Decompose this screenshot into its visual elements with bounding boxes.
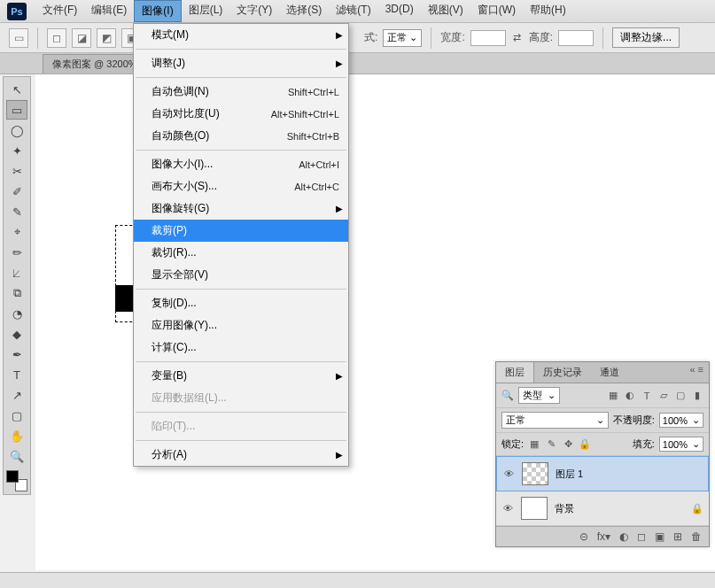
divider [431, 27, 431, 49]
tool-13[interactable]: ✒ [6, 344, 27, 364]
panel-footer-icon[interactable]: ◻ [637, 530, 646, 543]
lock-all-icon[interactable]: 🔒 [579, 438, 591, 451]
menu-帮助[interactable]: 帮助(H) [523, 0, 573, 22]
visibility-icon[interactable]: 👁 [501, 503, 514, 514]
app-logo: Ps [7, 3, 27, 20]
filter-type-select[interactable]: 类型 ⌄ [518, 387, 560, 404]
tool-11[interactable]: ◔ [6, 304, 27, 323]
tool-9[interactable]: ⟀ [6, 263, 27, 282]
refine-edge-button[interactable]: 调整边缘... [612, 27, 680, 48]
layer-row[interactable]: 👁背景🔒 [496, 491, 709, 526]
divider [37, 27, 38, 49]
menu-item-显示全部[interactable]: 显示全部(V) [134, 264, 348, 286]
menu-图像[interactable]: 图像(I) [134, 0, 181, 22]
submenu-arrow-icon: ▶ [336, 450, 343, 460]
tool-6[interactable]: ✎ [6, 202, 27, 221]
visibility-icon[interactable]: 👁 [502, 468, 515, 479]
tool-10[interactable]: ⧉ [6, 283, 27, 303]
menu-item-画布大小[interactable]: 画布大小(S)...Alt+Ctrl+C [134, 175, 348, 197]
menu-文件[interactable]: 文件(F) [35, 0, 84, 22]
panel-tab-通道[interactable]: 通道 [591, 362, 628, 383]
menu-item-计算[interactable]: 计算(C)... [134, 337, 348, 359]
filter-type-icon[interactable]: T [641, 390, 653, 402]
filter-adjust-icon[interactable]: ◐ [624, 390, 636, 402]
layer-name[interactable]: 背景 [555, 502, 574, 515]
search-icon[interactable]: 🔍 [501, 390, 514, 401]
tool-1[interactable]: ▭ [6, 100, 27, 120]
sel-add-icon[interactable]: ◪ [72, 28, 91, 48]
menu-item-图像大小[interactable]: 图像大小(I)...Alt+Ctrl+I [134, 153, 348, 175]
panel-footer-icon[interactable]: 🗑 [691, 530, 702, 543]
height-input[interactable] [558, 30, 594, 46]
blend-mode-select[interactable]: 正常⌄ [501, 412, 609, 429]
filter-toggle-icon[interactable]: ▮ [691, 390, 703, 402]
tool-0[interactable]: ↖ [6, 80, 27, 99]
submenu-arrow-icon: ▶ [336, 371, 343, 381]
layer-thumbnail[interactable] [521, 497, 548, 520]
panel-footer-icon[interactable]: ▣ [655, 530, 664, 543]
tool-3[interactable]: ✦ [6, 141, 27, 160]
menu-视图[interactable]: 视图(V) [421, 0, 470, 22]
menu-item-裁剪[interactable]: 裁剪(P) [134, 220, 348, 242]
tool-16[interactable]: ▢ [6, 406, 27, 425]
width-input[interactable] [470, 30, 506, 46]
color-swatches[interactable] [6, 470, 27, 491]
menu-item-自动颜色[interactable]: 自动颜色(O)Shift+Ctrl+B [134, 125, 348, 147]
tool-8[interactable]: ✏ [6, 243, 27, 262]
panel-tab-历史记录[interactable]: 历史记录 [534, 362, 591, 383]
marquee-icon[interactable]: ▭ [9, 28, 28, 48]
menu-文字[interactable]: 文字(Y) [229, 0, 279, 22]
lock-paint-icon[interactable]: ✎ [545, 438, 557, 451]
tool-15[interactable]: ↗ [6, 385, 27, 405]
layer-name[interactable]: 图层 1 [556, 468, 583, 481]
panel-footer-icon[interactable]: ⊝ [579, 530, 588, 543]
tool-5[interactable]: ✐ [6, 182, 27, 201]
menu-选择[interactable]: 选择(S) [279, 0, 329, 22]
filter-shape-icon[interactable]: ▱ [657, 390, 670, 402]
menu-窗口[interactable]: 窗口(W) [470, 0, 523, 22]
menu-item-分析[interactable]: 分析(A)▶ [134, 444, 348, 466]
swap-icon[interactable]: ⇄ [511, 32, 524, 44]
menu-item-模式[interactable]: 模式(M)▶ [134, 24, 348, 46]
menu-item-调整[interactable]: 调整(J)▶ [134, 52, 348, 74]
lock-pos-icon[interactable]: ✥ [562, 438, 574, 451]
menu-item-变量[interactable]: 变量(B)▶ [134, 365, 348, 387]
menu-item-自动色调[interactable]: 自动色调(N)Shift+Ctrl+L [134, 81, 348, 103]
menu-图层[interactable]: 图层(L) [182, 0, 230, 22]
menu-separator [136, 289, 346, 290]
panel-footer-icon[interactable]: ◐ [619, 530, 628, 543]
menu-item-应用图像[interactable]: 应用图像(Y)... [134, 314, 348, 337]
menu-item-自动对比度[interactable]: 自动对比度(U)Alt+Shift+Ctrl+L [134, 103, 348, 125]
menu-item-图像旋转[interactable]: 图像旋转(G)▶ [134, 197, 348, 220]
mode-select[interactable]: 正常 ⌄ [383, 29, 422, 47]
sel-new-icon[interactable]: ◻ [47, 28, 66, 48]
submenu-arrow-icon: ▶ [336, 58, 343, 68]
lock-trans-icon[interactable]: ▦ [528, 438, 540, 451]
tool-2[interactable]: ◯ [6, 120, 27, 140]
menu-3d[interactable]: 3D(D) [378, 0, 421, 22]
menu-item-裁切[interactable]: 裁切(R)... [134, 242, 348, 264]
tool-18[interactable]: 🔍 [6, 446, 27, 466]
tool-14[interactable]: T [6, 365, 27, 384]
document-tab[interactable]: 像素图案 @ 3200% [43, 54, 147, 74]
sel-sub-icon[interactable]: ◩ [97, 28, 116, 48]
menu-item-复制[interactable]: 复制(D)... [134, 292, 348, 314]
panel-footer-icon[interactable]: ⊞ [673, 530, 682, 543]
tool-4[interactable]: ✂ [6, 161, 27, 181]
fill-input[interactable]: 100% ⌄ [659, 437, 703, 452]
panel-menu-icon[interactable]: « ≡ [684, 362, 709, 383]
tool-17[interactable]: ✋ [6, 426, 27, 445]
menu-separator [136, 412, 346, 413]
layer-thumbnail[interactable] [522, 462, 548, 485]
filter-pixel-icon[interactable]: ▦ [607, 390, 619, 402]
menu-滤镜[interactable]: 滤镜(T) [329, 0, 377, 22]
menu-编辑[interactable]: 编辑(E) [84, 0, 134, 22]
panel-footer-icon[interactable]: fx▾ [597, 530, 610, 543]
layer-row[interactable]: 👁图层 1 [496, 456, 709, 491]
panel-tab-图层[interactable]: 图层 [496, 362, 534, 383]
tool-12[interactable]: ◆ [6, 324, 27, 344]
tool-7[interactable]: ⌖ [6, 222, 27, 242]
filter-smart-icon[interactable]: ▢ [674, 390, 687, 402]
opacity-input[interactable]: 100% ⌄ [659, 413, 703, 428]
menu-separator [136, 77, 346, 78]
